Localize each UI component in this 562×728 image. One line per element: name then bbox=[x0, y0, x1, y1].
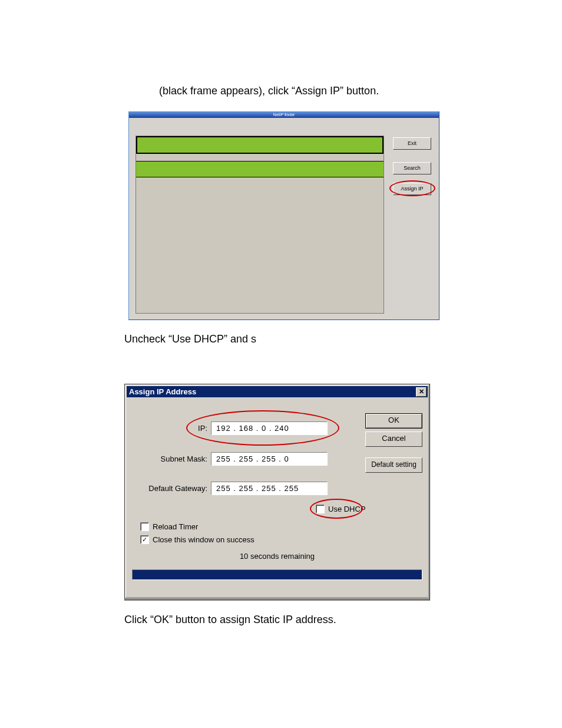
assign-ip-button[interactable]: Assign IP bbox=[393, 183, 431, 195]
default-setting-button[interactable]: Default setting bbox=[365, 457, 422, 473]
status-bar bbox=[132, 569, 422, 580]
countdown-text: 10 seconds remaining bbox=[127, 552, 427, 561]
use-dhcp-checkbox[interactable] bbox=[316, 505, 325, 513]
netip-finder-window: NetIP finder Exit Search Assign IP bbox=[128, 111, 439, 320]
close-icon[interactable]: ✕ bbox=[416, 387, 427, 397]
subnet-label: Subnet Mask: bbox=[145, 454, 211, 463]
device-list[interactable] bbox=[135, 136, 384, 314]
instruction-text-3: Click “OK” button to assign Static IP ad… bbox=[124, 614, 336, 626]
device-row[interactable] bbox=[136, 161, 384, 177]
ip-input[interactable]: 192 . 168 . 0 . 240 bbox=[211, 421, 328, 435]
assign-ip-title-text: Assign IP Address bbox=[129, 386, 196, 397]
exit-button[interactable]: Exit bbox=[393, 137, 431, 150]
instruction-text-2: Uncheck “Use DHCP” and s bbox=[124, 333, 256, 345]
close-on-success-label: Close this window on success bbox=[153, 535, 254, 544]
close-on-success-checkbox[interactable]: ✓ bbox=[140, 535, 149, 544]
reload-timer-label: Reload Timer bbox=[153, 522, 198, 531]
gateway-label: Default Gateway: bbox=[133, 484, 211, 493]
assign-ip-title-bar: Assign IP Address ✕ bbox=[127, 386, 428, 397]
gateway-input[interactable]: 255 . 255 . 255 . 255 bbox=[211, 482, 328, 495]
netip-finder-title: NetIP finder bbox=[129, 112, 439, 118]
checkmark-icon: ✓ bbox=[142, 536, 147, 543]
use-dhcp-label: Use DHCP bbox=[328, 505, 366, 513]
assign-ip-dialog: Assign IP Address ✕ IP: 192 . 168 . 0 . … bbox=[124, 384, 430, 601]
reload-timer-checkbox[interactable] bbox=[140, 522, 149, 531]
cancel-button[interactable]: Cancel bbox=[365, 431, 422, 447]
search-button[interactable]: Search bbox=[393, 162, 431, 174]
instruction-text-1: (black frame appears), click “Assign IP”… bbox=[159, 85, 379, 97]
subnet-input[interactable]: 255 . 255 . 255 . 0 bbox=[211, 452, 328, 466]
ok-button[interactable]: OK bbox=[365, 413, 422, 429]
device-row-selected[interactable] bbox=[136, 136, 384, 154]
ip-label: IP: bbox=[172, 424, 211, 433]
